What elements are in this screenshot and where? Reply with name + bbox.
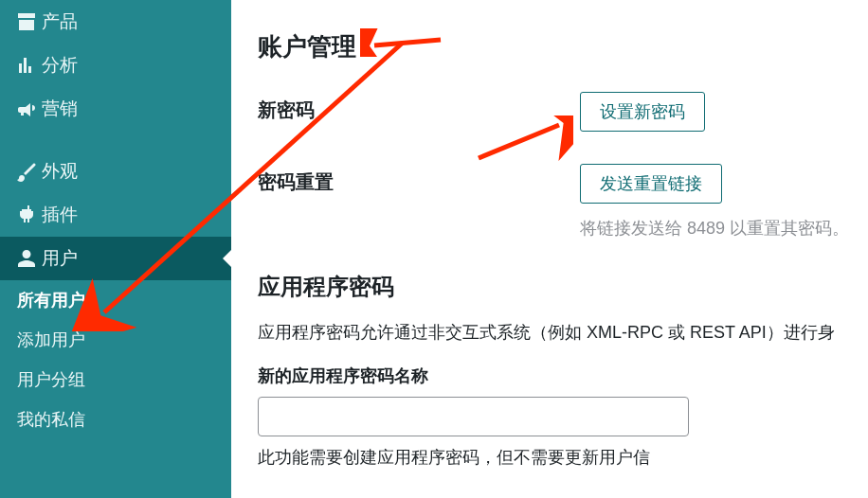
submenu-label: 用户分组	[17, 368, 85, 391]
app-password-helper: 此功能需要创建应用程序密码，但不需要更新用户信	[258, 446, 868, 469]
new-app-password-input[interactable]	[258, 397, 689, 436]
submenu-all-users[interactable]: 所有用户	[0, 280, 231, 320]
sidebar-item-label: 营销	[42, 97, 78, 121]
megaphone-icon	[15, 98, 42, 120]
row-new-password: 新密码 设置新密码	[258, 92, 868, 132]
submenu-label: 所有用户	[17, 289, 85, 311]
submenu-my-messages[interactable]: 我的私信	[0, 400, 231, 439]
sidebar-item-products[interactable]: 产品	[0, 0, 231, 44]
app-password-title: 应用程序密码	[258, 272, 868, 302]
label-password-reset: 密码重置	[258, 164, 580, 195]
archive-icon	[15, 10, 42, 33]
label-new-password: 新密码	[258, 92, 580, 123]
sidebar-item-plugins[interactable]: 插件	[0, 193, 231, 237]
sidebar-item-label: 分析	[42, 53, 78, 78]
page-title: 账户管理	[258, 30, 868, 63]
submenu-add-user[interactable]: 添加用户	[0, 320, 231, 360]
sidebar-item-label: 插件	[42, 203, 78, 227]
sidebar-item-label: 产品	[42, 9, 78, 34]
app-password-desc: 应用程序密码允许通过非交互式系统（例如 XML-RPC 或 REST API）进…	[258, 321, 868, 344]
sidebar-item-label: 外观	[42, 159, 78, 184]
sidebar-item-marketing[interactable]: 营销	[0, 87, 231, 131]
reset-helper-text: 将链接发送给 8489 以重置其密码。	[580, 217, 849, 240]
chart-icon	[15, 54, 42, 77]
user-icon	[15, 247, 42, 270]
set-new-password-button[interactable]: 设置新密码	[580, 92, 705, 132]
sidebar-item-label: 用户	[42, 246, 78, 271]
submenu-user-groups[interactable]: 用户分组	[0, 360, 231, 400]
new-app-password-label: 新的应用程序密码名称	[258, 365, 868, 387]
submenu-label: 添加用户	[17, 329, 85, 351]
sidebar-item-analytics[interactable]: 分析	[0, 44, 231, 87]
sidebar-item-users[interactable]: 用户	[0, 237, 231, 280]
submenu-label: 我的私信	[17, 408, 85, 431]
sidebar: 产品 分析 营销 外观 插件 用户 所有用户 添加用户 用户分组 我的私信	[0, 0, 231, 498]
plug-icon	[15, 204, 42, 226]
row-password-reset: 密码重置 发送重置链接 将链接发送给 8489 以重置其密码。	[258, 164, 868, 240]
sidebar-item-appearance[interactable]: 外观	[0, 150, 231, 193]
main-content: 账户管理 新密码 设置新密码 密码重置 发送重置链接 将链接发送给 8489 以…	[231, 0, 868, 498]
send-reset-link-button[interactable]: 发送重置链接	[580, 164, 722, 204]
brush-icon	[15, 160, 42, 183]
